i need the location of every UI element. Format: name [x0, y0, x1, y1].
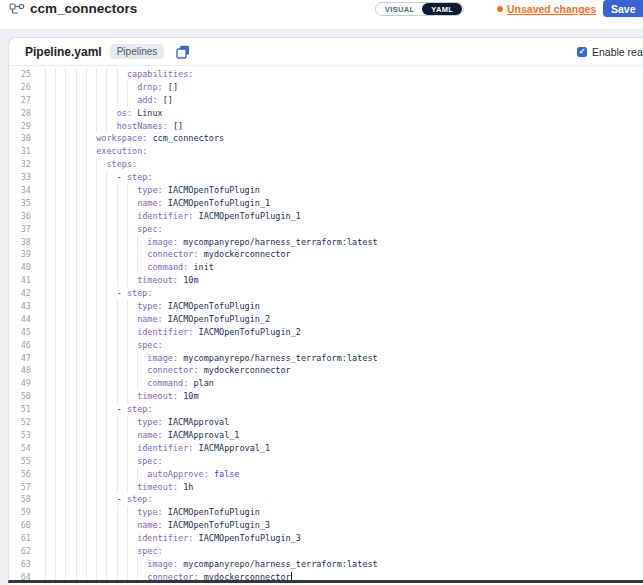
code-line[interactable]: 27 add: []	[9, 94, 643, 107]
dot-icon	[497, 6, 503, 12]
save-button-label[interactable]: Save	[603, 3, 642, 15]
code-line[interactable]: 39 connector: mydockerconnector	[9, 248, 643, 261]
code-text: type: IACMApproval	[45, 416, 229, 429]
code-text: identifier: IACMOpenTofuPlugin_1	[45, 210, 301, 223]
code-line[interactable]: 36 identifier: IACMOpenTofuPlugin_1	[9, 210, 643, 223]
code-text: execution:	[45, 145, 147, 158]
code-line[interactable]: 30 workspace: ccm_connectors	[9, 132, 643, 145]
code-line[interactable]: 48 connector: mydockerconnector	[9, 364, 643, 377]
tab-visual[interactable]: VISUAL	[376, 5, 422, 14]
line-number: 45	[9, 326, 31, 339]
code-line[interactable]: 37 spec:	[9, 223, 643, 236]
code-line[interactable]: 62 spec:	[9, 545, 643, 558]
code-text: - step:	[45, 287, 153, 300]
line-number: 60	[9, 519, 31, 532]
code-line[interactable]: 51 - step:	[9, 403, 643, 416]
code-line[interactable]: 29 hostNames: []	[9, 120, 643, 133]
code-line[interactable]: 55 spec:	[9, 455, 643, 468]
checkbox-checked-icon[interactable]: ✓	[577, 47, 587, 57]
top-bar: ccm_connectors VISUAL YAML Unsaved chang…	[0, 0, 643, 30]
code-line[interactable]: 40 command: init	[9, 261, 643, 274]
line-number: 36	[9, 210, 31, 223]
code-line[interactable]: 35 name: IACMOpenTofuPlugin_1	[9, 197, 643, 210]
code-line[interactable]: 25 capabilities:	[9, 68, 643, 81]
line-number: 27	[9, 94, 31, 107]
code-text: add: []	[45, 94, 173, 107]
visual-yaml-toggle[interactable]: VISUAL YAML	[375, 2, 464, 16]
code-line[interactable]: 50 timeout: 10m	[9, 390, 643, 403]
line-number: 41	[9, 274, 31, 287]
code-line[interactable]: 38 image: mycompanyrepo/harness_terrafor…	[9, 236, 643, 249]
line-number: 28	[9, 107, 31, 120]
code-text: type: IACMOpenTofuPlugin	[45, 300, 260, 313]
code-line[interactable]: 32 steps:	[9, 158, 643, 171]
code-text: identifier: IACMOpenTofuPlugin_3	[45, 532, 301, 545]
line-number: 29	[9, 120, 31, 133]
code-text: autoApprove: false	[45, 468, 240, 481]
line-number: 54	[9, 442, 31, 455]
code-line[interactable]: 59 type: IACMOpenTofuPlugin	[9, 506, 643, 519]
code-line[interactable]: 41 timeout: 10m	[9, 274, 643, 287]
code-line[interactable]: 33 - step:	[9, 171, 643, 184]
line-number: 55	[9, 455, 31, 468]
code-line[interactable]: 60 name: IACMOpenTofuPlugin_3	[9, 519, 643, 532]
code-line[interactable]: 31 execution:	[9, 145, 643, 158]
line-number: 47	[9, 352, 31, 365]
code-text: identifier: IACMOpenTofuPlugin_2	[45, 326, 301, 339]
copy-icon[interactable]	[176, 45, 190, 59]
code-text: type: IACMOpenTofuPlugin	[45, 184, 260, 197]
code-line[interactable]: 43 type: IACMOpenTofuPlugin	[9, 300, 643, 313]
code-line[interactable]: 44 name: IACMOpenTofuPlugin_2	[9, 313, 643, 326]
code-line[interactable]: 61 identifier: IACMOpenTofuPlugin_3	[9, 532, 643, 545]
line-number: 35	[9, 197, 31, 210]
code-line[interactable]: 42 - step:	[9, 287, 643, 300]
code-text: timeout: 1h	[45, 481, 193, 494]
pipeline-graph-icon	[9, 3, 25, 16]
save-button[interactable]: Save	[603, 0, 643, 17]
code-text: type: IACMOpenTofuPlugin	[45, 506, 260, 519]
line-number: 53	[9, 429, 31, 442]
line-number: 34	[9, 184, 31, 197]
line-number: 38	[9, 236, 31, 249]
code-text: name: IACMOpenTofuPlugin_1	[45, 197, 270, 210]
code-line[interactable]: 54 identifier: IACMApproval_1	[9, 442, 643, 455]
line-number: 46	[9, 339, 31, 352]
enable-read-option[interactable]: ✓ Enable read/	[577, 38, 643, 66]
file-name: Pipeline.yaml	[25, 45, 102, 59]
code-line[interactable]: 58 - step:	[9, 493, 643, 506]
code-line[interactable]: 57 timeout: 1h	[9, 481, 643, 494]
code-text: drop: []	[45, 81, 178, 94]
yaml-editor[interactable]: 25 capabilities:26 drop: []27 add: []28 …	[9, 66, 643, 585]
line-number: 31	[9, 145, 31, 158]
code-line[interactable]: 28 os: Linux	[9, 107, 643, 120]
code-line[interactable]: 34 type: IACMOpenTofuPlugin	[9, 184, 643, 197]
line-number: 32	[9, 158, 31, 171]
code-text: hostNames: []	[45, 120, 183, 133]
code-line[interactable]: 63 image: mycompanyrepo/harness_terrafor…	[9, 558, 643, 571]
code-line[interactable]: 49 command: plan	[9, 377, 643, 390]
code-text: - step:	[45, 493, 153, 506]
line-number: 33	[9, 171, 31, 184]
code-line[interactable]: 45 identifier: IACMOpenTofuPlugin_2	[9, 326, 643, 339]
line-number: 49	[9, 377, 31, 390]
pipelines-badge: Pipelines	[110, 44, 165, 59]
code-line[interactable]: 47 image: mycompanyrepo/harness_terrafor…	[9, 352, 643, 365]
tab-yaml[interactable]: YAML	[422, 3, 462, 15]
unsaved-changes-link[interactable]: Unsaved changes	[507, 3, 596, 15]
code-line[interactable]: 26 drop: []	[9, 81, 643, 94]
line-number: 58	[9, 493, 31, 506]
code-line[interactable]: 52 type: IACMApproval	[9, 416, 643, 429]
yaml-panel: Pipeline.yaml Pipelines ✓ Enable read/ 2…	[8, 37, 643, 585]
line-number: 56	[9, 468, 31, 481]
code-text: spec:	[45, 223, 163, 236]
code-text: image: mycompanyrepo/harness_terraform:l…	[45, 558, 378, 571]
line-number: 26	[9, 81, 31, 94]
line-number: 52	[9, 416, 31, 429]
line-number: 44	[9, 313, 31, 326]
line-number: 59	[9, 506, 31, 519]
code-line[interactable]: 56 autoApprove: false	[9, 468, 643, 481]
bottom-divider	[8, 580, 643, 583]
code-line[interactable]: 46 spec:	[9, 339, 643, 352]
unsaved-changes[interactable]: Unsaved changes	[497, 3, 596, 15]
code-line[interactable]: 53 name: IACMApproval_1	[9, 429, 643, 442]
